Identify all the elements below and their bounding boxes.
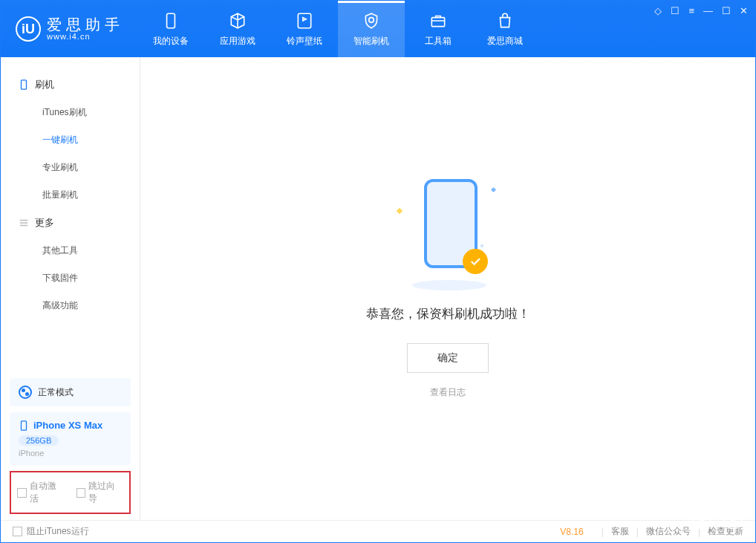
sidebar-item[interactable]: 专业刷机 xyxy=(1,154,140,181)
status-bar: 阻止iTunes运行 V8.16 | 客服 | 微信公众号 | 检查更新 xyxy=(1,520,755,542)
check-badge-icon xyxy=(463,249,488,274)
skip-guide-checkbox[interactable]: 跳过向导 xyxy=(76,480,124,505)
sidebar-item[interactable]: 批量刷机 xyxy=(1,181,140,209)
block-itunes-checkbox[interactable]: 阻止iTunes运行 xyxy=(13,525,89,538)
cube-icon xyxy=(228,11,247,30)
menu-icon xyxy=(19,218,29,228)
mode-icon xyxy=(19,386,32,399)
view-log-link[interactable]: 查看日志 xyxy=(430,386,466,399)
music-icon xyxy=(295,11,314,30)
tab-shield[interactable]: 智能刷机 xyxy=(338,1,405,57)
device-icon xyxy=(19,79,29,90)
app-name: 爱思助手 xyxy=(47,17,124,32)
logo-icon: iU xyxy=(16,16,41,42)
sidebar-group-more: 更多 xyxy=(1,209,140,237)
maximize-button[interactable]: ☐ xyxy=(722,5,731,16)
mode-card[interactable]: 正常模式 xyxy=(10,378,131,406)
sidebar: 刷机 iTunes刷机一键刷机专业刷机批量刷机 更多 其他工具下载固件高级功能 … xyxy=(1,57,140,520)
tab-toolbox[interactable]: 工具箱 xyxy=(405,1,472,57)
sidebar-group-flash: 刷机 xyxy=(1,71,140,99)
device-icon xyxy=(161,11,180,30)
version-label: V8.16 xyxy=(560,527,583,537)
svg-rect-1 xyxy=(298,13,310,28)
device-card[interactable]: iPhone XS Max 256GB iPhone xyxy=(10,412,131,465)
sidebar-group-title: 刷机 xyxy=(35,78,54,91)
bag-icon xyxy=(495,11,515,30)
feedback-icon[interactable]: ☐ xyxy=(671,5,680,16)
auto-activate-checkbox[interactable]: 自动激活 xyxy=(17,480,65,505)
wechat-link[interactable]: 微信公众号 xyxy=(646,525,691,538)
window-controls: ◇ ☐ ≡ — ☐ ✕ xyxy=(654,5,748,16)
sidebar-item[interactable]: 其他工具 xyxy=(1,237,140,264)
success-illustration xyxy=(403,179,492,290)
mode-label: 正常模式 xyxy=(38,386,74,399)
support-link[interactable]: 客服 xyxy=(611,525,629,538)
svg-rect-3 xyxy=(431,17,444,26)
tab-cube[interactable]: 应用游戏 xyxy=(204,1,271,57)
device-name: iPhone XS Max xyxy=(33,420,102,431)
header: iU 爱思助手 www.i4.cn 我的设备应用游戏铃声壁纸智能刷机工具箱爱思商… xyxy=(1,1,755,57)
phone-icon xyxy=(19,420,29,431)
close-button[interactable]: ✕ xyxy=(740,5,748,16)
tab-device[interactable]: 我的设备 xyxy=(137,1,204,57)
sidebar-item[interactable]: 一键刷机 xyxy=(1,126,140,154)
device-storage: 256GB xyxy=(19,435,59,446)
ok-button[interactable]: 确定 xyxy=(407,343,489,373)
sidebar-group-title: 更多 xyxy=(35,216,54,230)
svg-point-2 xyxy=(369,17,374,22)
svg-rect-7 xyxy=(22,80,27,89)
success-message: 恭喜您，保资料刷机成功啦！ xyxy=(366,305,530,322)
minimize-button[interactable]: — xyxy=(703,5,713,16)
app-logo: iU 爱思助手 www.i4.cn xyxy=(1,16,137,42)
menu-icon[interactable]: ≡ xyxy=(688,5,694,16)
content-area: 恭喜您，保资料刷机成功啦！ 确定 查看日志 xyxy=(140,57,755,520)
svg-rect-0 xyxy=(167,13,175,28)
toolbox-icon xyxy=(428,11,448,30)
tab-bag[interactable]: 爱思商城 xyxy=(472,1,538,57)
svg-rect-8 xyxy=(22,420,27,429)
sidebar-item[interactable]: 高级功能 xyxy=(1,292,140,319)
app-url: www.i4.cn xyxy=(47,32,124,41)
sidebar-item[interactable]: iTunes刷机 xyxy=(1,99,140,126)
shield-icon xyxy=(362,11,381,30)
options-row: 自动激活 跳过向导 xyxy=(10,471,131,514)
device-type: iPhone xyxy=(19,449,122,458)
skin-icon[interactable]: ◇ xyxy=(654,5,662,16)
sidebar-item[interactable]: 下载固件 xyxy=(1,264,140,292)
tab-music[interactable]: 铃声壁纸 xyxy=(271,1,338,57)
